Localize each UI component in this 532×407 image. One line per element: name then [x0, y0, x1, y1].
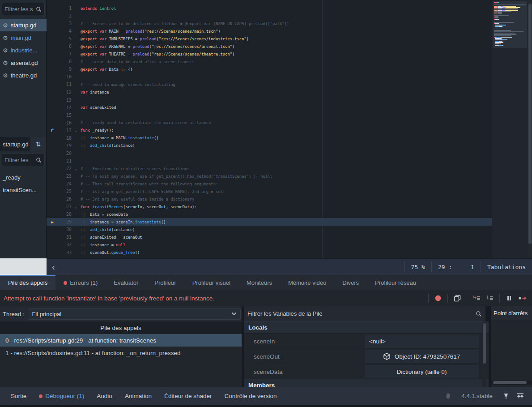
minimap-token	[506, 25, 506, 26]
step-over-button[interactable]	[483, 293, 497, 304]
script-list-item[interactable]: ⚙arsenal.gd	[0, 56, 47, 69]
debugger-tab-profileur[interactable]: Profileur	[146, 275, 184, 290]
code-line[interactable]: 10	[47, 73, 492, 81]
current-script-selector[interactable]: startup.gd	[0, 137, 30, 151]
code-line[interactable]: 30›|add_child(instance)	[47, 226, 492, 233]
fold-chevron-icon[interactable]: ⌄	[72, 128, 81, 133]
bottom-panel-animation[interactable]: Animation	[119, 393, 158, 399]
bottom-panel--diteur-de-shader[interactable]: Éditeur de shader	[158, 393, 218, 399]
step-into-button[interactable]	[470, 293, 483, 304]
code-line[interactable]: 20	[47, 150, 492, 157]
bottom-panel-d-bogueur-1-[interactable]: Débogueur (1)	[33, 393, 90, 399]
minimap-token	[495, 25, 501, 26]
method-list-item[interactable]: _ready	[0, 171, 47, 184]
code-line[interactable]: 8# -- scene data to be used after a scen…	[47, 58, 492, 65]
script-editor[interactable]: 1extends Control23# -- Scenes are to be …	[47, 0, 532, 258]
code-line[interactable]: 21	[47, 157, 492, 165]
script-name: theatre.gd	[11, 72, 37, 79]
code-line[interactable]: 13	[47, 96, 492, 104]
pin-panel-icon[interactable]	[501, 391, 511, 402]
bottom-panel-sortie[interactable]: Sortie	[4, 393, 33, 399]
method-list-item[interactable]: transitScen...	[0, 184, 47, 196]
minimap-token	[499, 43, 501, 44]
code-line[interactable]: 14var sceneExited	[47, 104, 492, 111]
continue-button[interactable]	[516, 293, 529, 304]
variable-row[interactable]: sceneDataDictionary (taille 0)	[244, 364, 489, 379]
code-line[interactable]: ▶29›|instance = sceneIn.instantiate()	[47, 218, 492, 226]
script-list-item[interactable]: ⚙startup.gd	[0, 19, 47, 31]
script-list-item[interactable]: ⚙theatre.gd	[0, 69, 47, 81]
code-line[interactable]: 4@export var MAIN = preload("res://Scene…	[47, 27, 492, 35]
code-line[interactable]: 26# -- 3rd arg any useful data inside a …	[47, 195, 492, 203]
debugger-tab-pile-des-appels[interactable]: Pile des appels	[0, 275, 55, 290]
scripts-filter-input[interactable]: Filtrer les s	[2, 3, 45, 15]
debugger-tab-divers[interactable]: Divers	[334, 275, 367, 290]
minimap-token	[506, 39, 507, 40]
variable-row[interactable]: sceneIn<null>	[244, 334, 489, 349]
thread-dropdown[interactable]: Fil principal	[28, 308, 241, 320]
debugger-tab-evaluator[interactable]: Evaluator	[106, 275, 146, 290]
code-line[interactable]: 2	[47, 12, 492, 20]
entry-point-icon: ↱	[47, 127, 58, 133]
debugger-tab-profileur-visuel[interactable]: Profileur visuel	[184, 275, 238, 290]
scrollbar-thumb[interactable]	[483, 323, 486, 364]
stack-frame-row[interactable]: 1 - res://Scripts/industries.gd:11 - at …	[0, 347, 242, 359]
zoom-level[interactable]: 75 %	[404, 261, 431, 272]
code-line[interactable]: 12var instance	[47, 89, 492, 96]
debugger-tab-profileur-r-seau[interactable]: Profileur réseau	[367, 275, 424, 290]
code-line[interactable]: 25# -- 1st arg = get_parent().[CAPS SCEN…	[47, 188, 492, 195]
stack-variables-filter-input[interactable]: Filtrer les Variables de la Pile	[244, 306, 485, 321]
scroll-left-chevron-icon[interactable]: ‹	[47, 262, 60, 271]
indent-type[interactable]: Tabulations	[481, 261, 532, 272]
debugger-tab-erreurs-1-[interactable]: Erreurs (1)	[55, 275, 106, 290]
variables-scrollbar[interactable]	[482, 321, 486, 387]
code-text: ›|instance = MAIN.instantiate()	[81, 136, 159, 140]
notifications-bell-icon[interactable]	[443, 391, 453, 402]
bottom-panel-audio[interactable]: Audio	[90, 393, 119, 399]
code-line[interactable]: 6@export var ARSENAL = preload("res://Sc…	[47, 43, 492, 50]
editor-vertical-scrollbar[interactable]	[528, 0, 532, 258]
code-line[interactable]: 9@export var Data := {}	[47, 65, 492, 73]
code-line[interactable]: 3# -- Scenes are to be declared as follo…	[47, 20, 492, 27]
code-line[interactable]: 18›|instance = MAIN.instantiate()	[47, 134, 492, 142]
scrollbar-thumb[interactable]	[528, 4, 532, 244]
code-line[interactable]: 19›|add_child(instance)	[47, 142, 492, 150]
code-line[interactable]: ↱17⌄func _ready():	[47, 127, 492, 134]
script-list-item[interactable]: ⚙main.gd	[0, 31, 47, 44]
variable-row[interactable]: sceneOutObject ID: 47932507617	[244, 349, 489, 364]
code-line[interactable]: 24# -- Than call transitScenes with the …	[47, 180, 492, 188]
debugger-tab-m-moire-vid-o[interactable]: Mémoire vidéo	[280, 275, 334, 290]
code-line[interactable]: 1extends Control	[47, 4, 492, 12]
code-line[interactable]: 11# -- used to manage scenes instantiati…	[47, 81, 492, 88]
sort-methods-button[interactable]: ⇅	[31, 137, 46, 151]
fold-chevron-icon[interactable]: ⌄	[72, 167, 81, 171]
code-area[interactable]: 1extends Control23# -- Scenes are to be …	[47, 0, 492, 258]
script-list-item[interactable]: ⚙industrie...	[0, 44, 47, 56]
code-minimap[interactable]	[492, 0, 528, 258]
fold-chevron-icon[interactable]: ⌄	[72, 205, 81, 209]
code-line[interactable]: 22⌄# -- Function to centralize scenes tr…	[47, 165, 492, 172]
code-line[interactable]: 32›|instance = null	[47, 241, 492, 248]
code-line[interactable]: 7@export var THEATRE = preload("res://Sc…	[47, 50, 492, 58]
pause-button[interactable]	[502, 293, 516, 304]
code-token: sceneExited = sceneOut	[90, 235, 142, 240]
search-icon	[476, 311, 482, 317]
methods-filter-input[interactable]: Filtrer les	[2, 154, 45, 166]
minimap-token	[494, 35, 511, 36]
stack-frame-row[interactable]: 0 - res://Scripts/startup.gd:29 - at fun…	[0, 334, 242, 347]
code-line[interactable]: 16# -- ready used to instantiate the mai…	[47, 119, 492, 127]
code-line[interactable]: 15	[47, 111, 492, 119]
code-line[interactable]: 31›|sceneExited = sceneOut	[47, 233, 492, 241]
code-line[interactable]: 27⌄func transitScenes(sceneIn, sceneOut,…	[47, 203, 492, 210]
debugger-tab-moniteurs[interactable]: Moniteurs	[238, 275, 280, 290]
expand-panel-icon[interactable]	[515, 391, 526, 402]
code-line[interactable]: 23# -- To exit any scenes, use if get_pa…	[47, 172, 492, 180]
breakpoints-hscrollbar[interactable]	[491, 381, 532, 385]
copy-error-button[interactable]	[451, 293, 464, 304]
code-line[interactable]: 5@export var INDUSTRIES = preload("res:/…	[47, 35, 492, 43]
code-line[interactable]: 28›|Data = sceneData	[47, 210, 492, 218]
bottom-panel-contr-le-de-version[interactable]: Contrôle de version	[218, 393, 283, 399]
line-number: 10	[58, 74, 72, 79]
scrollbar-thumb[interactable]	[493, 381, 527, 384]
code-line[interactable]: 33›|sceneOut.queue_free()	[47, 249, 492, 257]
